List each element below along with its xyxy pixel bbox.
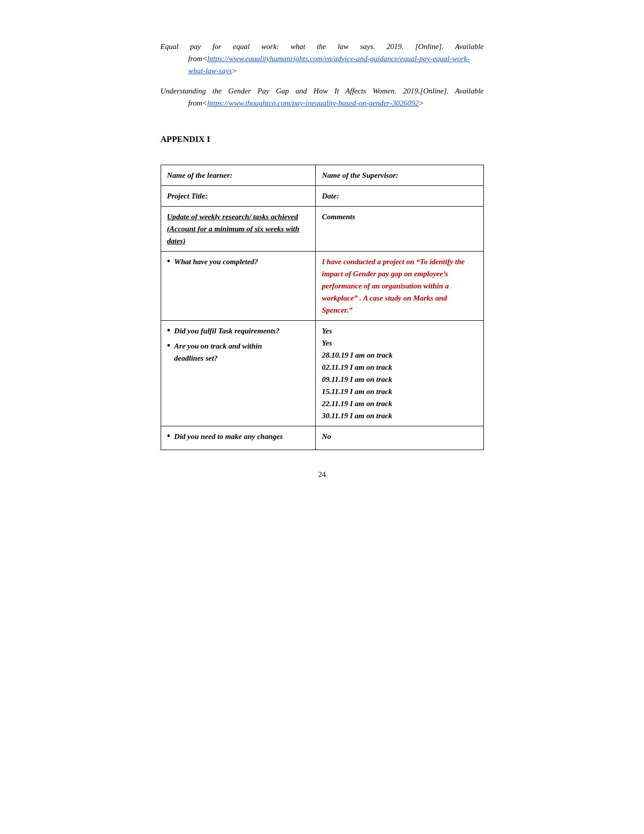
comments-red-text: I have conducted a project on “To identi… xyxy=(322,258,465,314)
bullet4-text: Did you need to make any changes xyxy=(174,430,309,443)
page-number: 24 xyxy=(161,470,484,479)
bullet1-text: What have you completed? xyxy=(174,256,309,268)
col2-header: Name of the Supervisor: xyxy=(316,165,483,186)
table-row-header1: Name of the learner: Name of the Supervi… xyxy=(161,165,483,186)
bullet2-item: • Did you fulfil Task requirements? xyxy=(167,325,310,337)
ref1-link[interactable]: https://www.equalityhumanrights.com/en/a… xyxy=(188,55,470,75)
bullet1-dot: • xyxy=(167,257,170,266)
appendix-title: APPENDIX I xyxy=(161,134,484,144)
comments-header-cell: Comments xyxy=(316,207,483,252)
table-row-3: Update of weekly research/ tasks achieve… xyxy=(161,207,483,252)
date5-text: 22.11.19 I am on track xyxy=(322,398,477,410)
references-section: Equal pay for equal work: what the law s… xyxy=(161,40,484,109)
bullet4-dot: • xyxy=(167,431,170,440)
reference-entry-1: Equal pay for equal work: what the law s… xyxy=(161,40,484,77)
bullet4-item: • Did you need to make any changes xyxy=(167,430,310,443)
changes-cell: • Did you need to make any changes xyxy=(161,426,316,450)
date4-text: 15.11.19 I am on track xyxy=(322,385,477,398)
project-title-cell: Project Title: xyxy=(161,186,316,207)
yes-dates-cell: Yes Yes 28.10.19 I am on track 02.11.19 … xyxy=(316,321,483,426)
weekly-update-cell: Update of weekly research/ tasks achieve… xyxy=(161,207,316,252)
bullet3-text: Are you on track and within deadlines se… xyxy=(174,340,309,364)
table-row-5: • Did you fulfil Task requirements? • Ar… xyxy=(161,321,483,426)
ref1-text: Equal pay for equal work: what the law s… xyxy=(161,42,484,75)
date1-text: 28.10.19 I am on track xyxy=(322,349,477,361)
ref2-link[interactable]: https://www.thoughtco.com/pay-inequality… xyxy=(207,99,419,107)
completed-cell: • What have you completed? xyxy=(161,252,316,321)
date-cell: Date: xyxy=(316,186,483,207)
weekly-update-line3: dates) xyxy=(167,237,186,245)
log-table: Name of the learner: Name of the Supervi… xyxy=(161,165,484,450)
bullet1-item: • What have you completed? xyxy=(167,256,310,268)
table-row-6: • Did you need to make any changes No xyxy=(161,426,483,450)
bullet2-dot: • xyxy=(167,326,170,335)
bullet3-item: • Are you on track and within deadlines … xyxy=(167,340,310,364)
table-row-4: • What have you completed? I have conduc… xyxy=(161,252,483,321)
reference-entry-2: Understanding the Gender Pay Gap and How… xyxy=(161,85,484,109)
weekly-update-line1: Update of weekly research/ tasks achieve… xyxy=(167,213,299,221)
bullet3-dot: • xyxy=(167,341,170,350)
page: Equal pay for equal work: what the law s… xyxy=(125,20,519,525)
col1-header: Name of the learner: xyxy=(161,165,316,186)
weekly-update-line2: (Account for a minimum of six weeks with xyxy=(167,225,300,233)
table-row-2: Project Title: Date: xyxy=(161,186,483,207)
yes1-text: Yes xyxy=(322,325,477,337)
bullet2-text: Did you fulfil Task requirements? xyxy=(174,325,309,337)
yes2-text: Yes xyxy=(322,337,477,349)
date2-text: 02.11.19 I am on track xyxy=(322,361,477,373)
ref2-text: Understanding the Gender Pay Gap and How… xyxy=(161,87,484,107)
date3-text: 09.11.19 I am on track xyxy=(322,373,477,385)
no-text: No xyxy=(322,432,331,440)
date6-text: 30.11.19 I am on track xyxy=(322,410,477,422)
no-cell: No xyxy=(316,426,483,450)
fulfil-track-cell: • Did you fulfil Task requirements? • Ar… xyxy=(161,321,316,426)
comments-text-cell: I have conducted a project on “To identi… xyxy=(316,252,483,321)
